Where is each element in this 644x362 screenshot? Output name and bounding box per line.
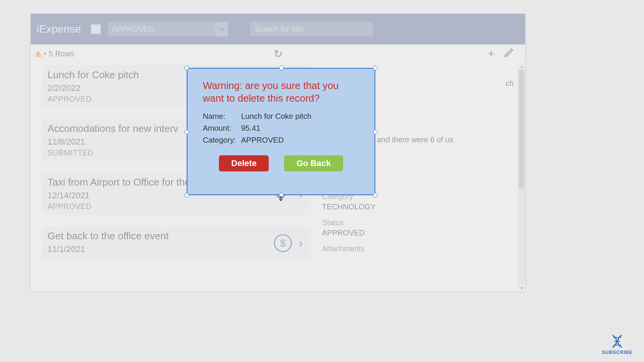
selection-handle[interactable] <box>373 66 378 70</box>
list-item-title: Get back to the office event <box>48 230 305 242</box>
status-filter-value: APPROVED <box>108 22 215 36</box>
scroll-down-icon[interactable]: ▼ <box>518 285 525 291</box>
scroll-thumb[interactable] <box>519 70 524 189</box>
detail-status-value: APPROVED <box>322 229 514 237</box>
chevron-right-icon[interactable]: › <box>299 235 303 250</box>
selection-handle[interactable] <box>184 193 189 197</box>
search-input[interactable]: Search for title <box>250 22 373 36</box>
delete-button[interactable]: Delete <box>219 155 269 171</box>
list-item[interactable]: Get back to the office event 11/1/2021 $… <box>42 226 310 260</box>
warning-icon <box>34 50 42 57</box>
resize-cursor-icon: ⇕ <box>278 194 284 203</box>
app-title: iExpense <box>37 23 81 35</box>
go-back-button[interactable]: Go Back <box>284 155 343 171</box>
edit-icon[interactable] <box>504 47 514 61</box>
list-item-status: APPROVED <box>48 202 305 211</box>
list-item-date: 11/1/2021 <box>48 244 305 254</box>
selection-handle[interactable] <box>184 130 189 134</box>
dialog-name-label: Name: <box>203 112 241 121</box>
subscribe-badge[interactable]: SUBSCRIBE <box>602 334 632 355</box>
dna-icon <box>609 334 626 349</box>
dialog-title: Warning: are you sure that you want to d… <box>203 79 359 104</box>
selection-handle[interactable] <box>184 66 189 70</box>
approved-filter-checkbox[interactable] <box>91 24 101 34</box>
row-count: 5 Rows <box>49 49 74 58</box>
dialog-amount-value: 95.41 <box>241 124 260 133</box>
selection-handle[interactable] <box>373 193 378 197</box>
scroll-up-icon[interactable]: ▲ <box>518 63 525 70</box>
svg-text:$: $ <box>280 237 286 249</box>
delete-confirm-dialog[interactable]: Warning: are you sure that you want to d… <box>187 68 375 195</box>
status-filter-dropdown[interactable]: APPROVED <box>108 21 228 37</box>
top-bar: iExpense APPROVED Search for title <box>31 14 525 44</box>
scrollbar[interactable]: ▲ ▼ <box>518 63 525 291</box>
dollar-icon[interactable]: $ <box>273 234 292 253</box>
add-icon[interactable]: + <box>488 47 495 61</box>
subscribe-label: SUBSCRIBE <box>602 350 632 355</box>
chevron-down-icon[interactable] <box>215 22 228 36</box>
dialog-amount-label: Amount: <box>203 124 241 133</box>
refresh-icon[interactable]: ↻ <box>274 48 283 60</box>
dialog-category-label: Category: <box>203 136 241 145</box>
detail-attachments-label: Attachments <box>322 244 514 253</box>
selection-handle[interactable] <box>279 66 284 70</box>
detail-category-value: TECHNOLOGY <box>322 202 514 211</box>
detail-status-label: Status <box>322 218 514 227</box>
dialog-name-value: Lunch for Coke pitch <box>241 112 311 121</box>
selection-handle[interactable] <box>373 130 378 134</box>
dialog-category-value: APPROVED <box>241 136 284 145</box>
toolbar: ▾ 5 Rows ↻ + <box>31 44 525 63</box>
chevron-down-icon[interactable]: ▾ <box>44 51 46 57</box>
